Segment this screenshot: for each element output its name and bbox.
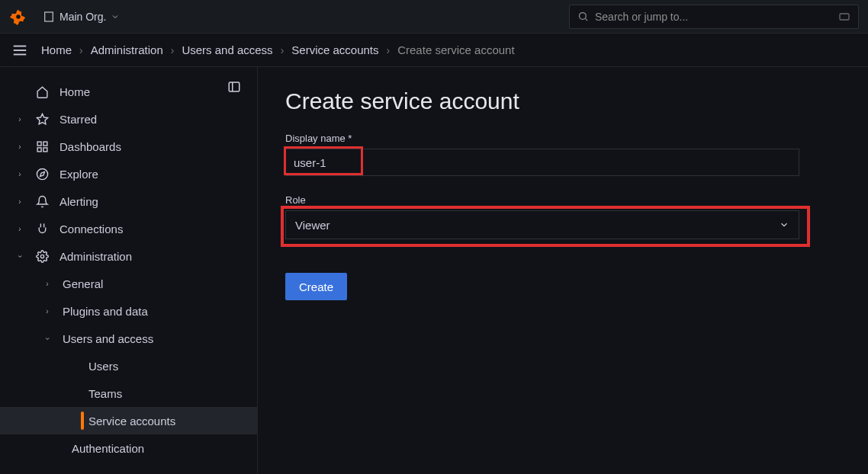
role-select[interactable]: Viewer	[285, 210, 799, 239]
breadcrumb: Home › Administration › Users and access…	[41, 43, 515, 56]
search-input[interactable]	[595, 11, 832, 23]
sidebar-item-starred[interactable]: › Starred	[0, 105, 257, 133]
star-icon	[35, 113, 49, 126]
role-label: Role	[285, 194, 841, 206]
sidebar-item-home[interactable]: Home	[0, 78, 257, 105]
svg-rect-16	[43, 142, 47, 146]
sidebar-item-dashboards[interactable]: › Dashboards	[0, 133, 257, 160]
sidebar-item-users[interactable]: Users	[0, 352, 257, 380]
grafana-logo-icon[interactable]	[9, 8, 27, 26]
chevron-right-icon: ›	[43, 307, 52, 315]
chevron-down-icon: ›	[43, 334, 52, 343]
chevron-right-icon: ›	[15, 225, 24, 233]
chevron-right-icon: ›	[387, 44, 391, 56]
role-selected-value: Viewer	[295, 219, 330, 232]
sidebar-item-label: Starred	[59, 113, 97, 126]
sidebar-item-alerting[interactable]: › Alerting	[0, 187, 257, 215]
svg-marker-20	[40, 171, 44, 176]
building-icon	[43, 11, 55, 23]
sidebar-item-users-access[interactable]: › Users and access	[0, 325, 257, 352]
display-name-label: Display name *	[285, 133, 841, 144]
sidebar-item-label: Connections	[59, 223, 123, 235]
sidebar-item-service-accounts[interactable]: Service accounts	[0, 407, 257, 434]
bell-icon	[35, 195, 49, 208]
collapse-sidebar-button[interactable]	[225, 78, 243, 96]
sidebar-item-authentication[interactable]: Authentication	[0, 434, 257, 462]
chevron-right-icon: ›	[15, 197, 24, 206]
menu-toggle-button[interactable]	[9, 40, 31, 61]
breadcrumb-home[interactable]: Home	[41, 43, 72, 56]
topbar: Main Org.	[0, 0, 868, 34]
breadcrumb-bar: Home › Administration › Users and access…	[0, 34, 868, 67]
chevron-right-icon: ›	[79, 44, 83, 56]
sidebar-item-label: Plugins and data	[63, 305, 148, 318]
sidebar-item-connections[interactable]: › Connections	[0, 215, 257, 242]
svg-line-7	[585, 18, 587, 21]
chevron-right-icon: ›	[15, 115, 24, 123]
sidebar-item-teams[interactable]: Teams	[0, 380, 257, 407]
sidebar-item-label: General	[63, 277, 103, 290]
chevron-right-icon: ›	[15, 170, 24, 178]
svg-rect-18	[43, 147, 47, 151]
sidebar-item-label: Teams	[88, 387, 122, 400]
svg-rect-15	[37, 142, 41, 146]
sidebar-item-plugins[interactable]: › Plugins and data	[0, 297, 257, 325]
display-name-input[interactable]	[285, 149, 799, 176]
svg-rect-12	[229, 82, 240, 91]
svg-rect-1	[45, 12, 53, 21]
sidebar-item-label: Authentication	[72, 442, 144, 455]
org-name: Main Org.	[59, 11, 106, 23]
svg-marker-14	[37, 114, 47, 123]
org-switcher[interactable]: Main Org.	[37, 8, 126, 26]
sidebar-item-label: Explore	[59, 168, 98, 181]
page-title: Create service account	[285, 88, 841, 114]
chevron-right-icon: ›	[43, 280, 52, 288]
breadcrumb-administration[interactable]: Administration	[91, 43, 163, 56]
breadcrumb-current: Create service account	[397, 43, 514, 56]
keyboard-shortcut-icon	[838, 11, 850, 23]
home-icon	[35, 85, 49, 98]
grid-icon	[35, 140, 49, 153]
svg-point-0	[16, 14, 21, 19]
panel-left-icon	[227, 80, 241, 94]
breadcrumb-service-accounts[interactable]: Service accounts	[291, 43, 378, 56]
sidebar-item-general[interactable]: › General	[0, 270, 257, 297]
sidebar-item-label: Users and access	[63, 332, 153, 345]
main-content: Create service account Display name * Ro…	[258, 67, 868, 474]
chevron-down-icon: ›	[16, 251, 24, 261]
gear-icon	[35, 250, 49, 263]
chevron-right-icon: ›	[15, 143, 24, 151]
chevron-right-icon: ›	[281, 44, 285, 56]
display-name-field: Display name *	[285, 133, 841, 176]
sidebar-item-label: Service accounts	[88, 415, 175, 428]
sidebar-item-label: Alerting	[59, 195, 98, 208]
create-button[interactable]: Create	[285, 273, 347, 300]
sidebar-item-label: Dashboards	[59, 140, 121, 153]
chevron-down-icon	[111, 12, 120, 21]
global-search[interactable]	[569, 5, 859, 29]
sidebar-item-explore[interactable]: › Explore	[0, 160, 257, 187]
sidebar: Home › Starred › Dashboards › Explore › …	[0, 67, 258, 474]
breadcrumb-users-access[interactable]: Users and access	[182, 43, 272, 56]
svg-point-23	[40, 255, 43, 258]
compass-icon	[35, 168, 49, 181]
search-icon	[577, 11, 589, 22]
sidebar-item-label: Users	[88, 360, 118, 373]
sidebar-item-label: Administration	[59, 250, 132, 263]
sidebar-item-administration[interactable]: › Administration	[0, 242, 257, 270]
chevron-down-icon	[779, 219, 789, 230]
svg-point-19	[37, 168, 47, 179]
svg-point-6	[580, 13, 587, 20]
hamburger-icon	[11, 42, 28, 59]
svg-rect-8	[840, 14, 849, 20]
plug-icon	[35, 223, 49, 235]
chevron-right-icon: ›	[171, 44, 175, 56]
sidebar-item-label: Home	[59, 85, 90, 98]
svg-rect-17	[37, 147, 41, 151]
